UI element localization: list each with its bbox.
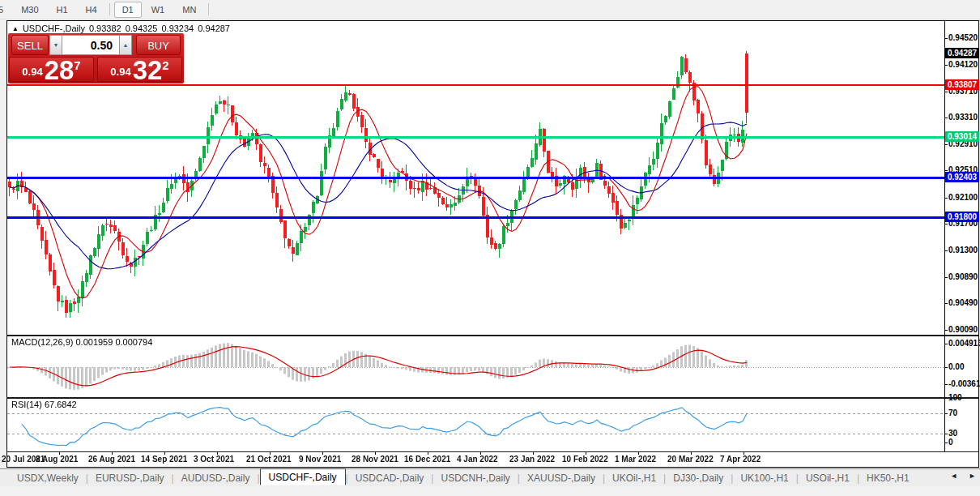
rsi-axis-label-tick [944, 443, 948, 443]
macd-label: MACD(12,26,9) 0.001959 0.000794 [11, 337, 152, 347]
price-tick-label: 0.94120 [948, 60, 978, 69]
rsi-axis-label-tick [944, 398, 948, 399]
quote-line: ▲USDCHF-,Daily0.933820.943250.932340.942… [12, 24, 234, 33]
sell-price-sup: 7 [74, 58, 80, 72]
toolbar-separator [208, 3, 209, 15]
chart-tab-USDCAD-Daily[interactable]: USDCAD-,Daily [348, 471, 432, 485]
price-tick-label: 0.94520 [948, 33, 978, 42]
price-tick-label: 0.90890 [948, 272, 978, 281]
sell-price-prefix: 0.94 [22, 66, 42, 78]
chart-tab-UK100-H1[interactable]: UK100-,H1 [733, 471, 795, 485]
price-tick-label: 0.93310 [948, 113, 978, 122]
chart-tab-XAUUSD-Daily[interactable]: XAUUSD-,Daily [520, 471, 603, 485]
chart-tab-USOil-H1[interactable]: USOil-,H1 [799, 471, 857, 485]
tab-bar: USDX,Weekly|EURUSD-,Daily|AUDUSD-,Daily|… [0, 468, 980, 486]
date-axis-separator [6, 451, 979, 452]
buy-price-sup: 2 [162, 58, 168, 72]
buy-price-big: 32 [133, 59, 163, 81]
buy-price-display[interactable]: 0.94 32 2 [97, 57, 182, 82]
sell-button[interactable]: SELL [11, 35, 49, 55]
chart-tab-USDCHF-Daily[interactable]: USDCHF-,Daily [260, 468, 346, 485]
rsi-axis-label-tick [944, 434, 948, 434]
symbol-collapse-icon[interactable]: ▲ [12, 25, 19, 32]
support-blue-line-2-badge: 0.91800 [945, 212, 979, 222]
price-tick-label-tick [944, 250, 948, 251]
date-label: 7 Apr 2022 [720, 455, 761, 464]
rsi-axis-label-tick [944, 413, 948, 414]
date-label: 26 Aug 2021 [88, 455, 135, 464]
symbol-name: USDCHF-,Daily [23, 24, 85, 33]
chart-tab-USDX-Weekly[interactable]: USDX,Weekly [10, 471, 86, 485]
price-tick-label-tick [944, 65, 948, 66]
volume-decrease-button[interactable]: ▼ [49, 35, 62, 55]
buy-price-prefix: 0.94 [110, 66, 130, 78]
timeframe-button-5[interactable]: 5 [0, 2, 11, 18]
quote-open: 0.93382 [89, 24, 121, 33]
support-blue-line-2 [7, 216, 944, 219]
date-label: 8 Aug 2021 [36, 455, 78, 464]
support-green-line [7, 136, 944, 139]
chart-tab-DJ30-Daily[interactable]: DJ30-,Daily [666, 471, 731, 485]
price-tick-label-tick [944, 118, 948, 118]
chart-tab-HK50-H1[interactable]: HK50-,H1 [859, 471, 917, 485]
rsi-panel-separator[interactable] [6, 397, 979, 399]
price-tick-label-tick [944, 224, 948, 224]
quote-low: 0.93234 [161, 24, 194, 33]
mt4-terminal: 5M30H1H4D1W1MN ▲USDCHF-,Daily0.933820.94… [0, 0, 980, 496]
timeframe-toolbar: 5M30H1H4D1W1MN [0, 0, 980, 19]
price-tick-label-tick [944, 303, 948, 304]
macd-panel-separator[interactable] [6, 335, 979, 336]
timeframe-button-H1[interactable]: H1 [49, 2, 76, 18]
support-blue-line-1 [7, 177, 944, 179]
date-label: 3 Oct 2021 [194, 455, 234, 464]
date-label: 9 Nov 2021 [299, 455, 341, 464]
price-tick-label-tick [944, 277, 948, 278]
date-label: 21 Oct 2021 [246, 455, 292, 464]
macd-axis-label: -0.003614 [948, 379, 980, 388]
macd-axis-label-tick [944, 344, 948, 344]
price-tick-label-tick [944, 38, 948, 39]
current-price-badge: 0.94287 [945, 48, 979, 58]
date-label: 20 Mar 2022 [667, 455, 714, 464]
sell-price-big: 28 [45, 59, 75, 81]
chart-tab-UKOil-H1[interactable]: UKOil-,H1 [605, 471, 663, 485]
timeframe-button-M30[interactable]: M30 [13, 2, 46, 18]
price-tick-label: 0.91300 [948, 246, 978, 254]
price-tick-label-tick [944, 198, 948, 199]
timeframe-button-MN[interactable]: MN [174, 2, 204, 18]
date-label: 28 Nov 2021 [352, 455, 398, 464]
date-label: 16 Dec 2021 [404, 455, 450, 464]
rsi-canvas[interactable] [7, 399, 944, 451]
quote-close: 0.94287 [198, 24, 230, 33]
timeframe-button-D1[interactable]: D1 [114, 2, 142, 18]
one-click-trading-panel: SELL ▼ ▲ BUY 0.94 28 7 0.94 32 2 [8, 33, 184, 83]
date-label: 1 Mar 2022 [615, 455, 656, 464]
price-tick-label: 0.90090 [948, 325, 978, 334]
tab-scroll-left-button[interactable]: ◄ [950, 472, 957, 480]
price-tick-label: 0.92100 [948, 193, 978, 202]
date-label: 23 Jan 2022 [509, 455, 555, 464]
sell-price-display[interactable]: 0.94 28 7 [9, 57, 94, 82]
volume-increase-button[interactable]: ▲ [119, 35, 132, 55]
buy-button[interactable]: BUY [136, 35, 181, 55]
rsi-axis-label: 100 [948, 393, 962, 402]
date-label: 14 Sep 2021 [141, 455, 187, 464]
chart-tab-AUDUSD-Daily[interactable]: AUDUSD-,Daily [174, 471, 258, 485]
date-label: 10 Feb 2022 [562, 455, 608, 464]
rsi-axis-label: 30 [948, 429, 957, 438]
timeframe-button-H4[interactable]: H4 [78, 2, 105, 18]
price-tick-label-tick [944, 170, 948, 171]
toolbar-separator [109, 3, 110, 15]
volume-input[interactable] [62, 35, 120, 55]
timeframe-button-W1[interactable]: W1 [143, 2, 173, 18]
rsi-axis-label: 70 [948, 408, 957, 417]
macd-axis-label-tick [944, 384, 948, 385]
tab-scroll-right-button[interactable]: ► [969, 472, 976, 480]
support-blue-line-1-badge: 0.92403 [945, 172, 979, 182]
rsi-label: RSI(14) 67.6842 [11, 400, 77, 409]
tab-nav: ◄ ► [950, 472, 976, 480]
support-green-line-badge: 0.93014 [945, 131, 979, 142]
chart-tab-EURUSD-Daily[interactable]: EURUSD-,Daily [88, 471, 172, 485]
date-label: 4 Jan 2022 [457, 455, 498, 464]
chart-tab-USDCNH-Daily[interactable]: USDCNH-,Daily [433, 471, 517, 485]
